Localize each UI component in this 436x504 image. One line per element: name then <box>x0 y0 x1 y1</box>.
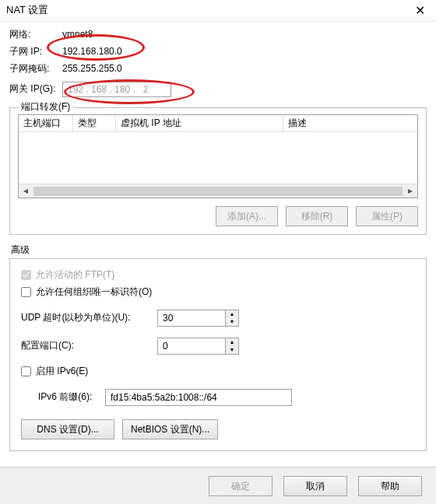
row-subnet-ip: 子网 IP: 192.168.180.0 <box>9 44 427 61</box>
dns-settings-button[interactable]: DNS 设置(D)... <box>21 419 114 439</box>
config-port-input[interactable] <box>158 338 225 354</box>
label-ipv6-prefix: IPv6 前缀(6): <box>38 391 105 404</box>
allow-any-oid-label: 允许任何组织唯一标识符(O) <box>36 286 152 299</box>
port-forward-table[interactable]: 主机端口 类型 虚拟机 IP 地址 描述 ◂ ▸ <box>18 114 418 198</box>
row-gateway: 网关 IP(G): <box>9 81 427 98</box>
label-config-port: 配置端口(C): <box>21 340 157 352</box>
col-vm-ip[interactable]: 虚拟机 IP 地址 <box>116 115 283 131</box>
row-udp-timeout: UDP 超时(以秒为单位)(U): ▲ ▼ <box>21 307 415 329</box>
col-desc[interactable]: 描述 <box>283 115 417 131</box>
udp-timeout-input[interactable] <box>158 310 225 326</box>
table-header: 主机端口 类型 虚拟机 IP 地址 描述 <box>19 115 417 132</box>
spinner-down-icon[interactable]: ▼ <box>226 318 238 326</box>
advanced-heading: 高级 <box>11 244 427 257</box>
close-icon[interactable]: ✕ <box>410 5 430 17</box>
label-subnet-mask: 子网掩码: <box>9 63 62 75</box>
checkbox-allow-any-oid[interactable]: 允许任何组织唯一标识符(O) <box>21 284 415 301</box>
enable-ipv6-checkbox[interactable] <box>21 366 31 376</box>
help-button[interactable]: 帮助 <box>358 476 422 496</box>
title-bar: NAT 设置 ✕ <box>0 0 436 22</box>
row-network: 网络: vmnet8 <box>9 26 427 44</box>
udp-timeout-spinner[interactable]: ▲ ▼ <box>157 310 239 327</box>
group-advanced: 允许活动的 FTP(T) 允许任何组织唯一标识符(O) UDP 超时(以秒为单位… <box>9 258 427 451</box>
scroll-left-icon[interactable]: ◂ <box>19 185 33 198</box>
group-title-port-forwarding: 端口转发(F) <box>18 101 73 114</box>
value-network: vmnet8 <box>62 29 93 41</box>
add-button[interactable]: 添加(A)... <box>216 206 278 226</box>
dialog-footer: 确定 取消 帮助 <box>0 467 436 504</box>
row-subnet-mask: 子网掩码: 255.255.255.0 <box>9 61 427 78</box>
spinner-down-icon[interactable]: ▼ <box>226 346 238 354</box>
row-config-port: 配置端口(C): ▲ ▼ <box>21 335 415 357</box>
cancel-button[interactable]: 取消 <box>283 476 347 496</box>
config-port-spinner[interactable]: ▲ ▼ <box>157 338 239 355</box>
scroll-right-icon[interactable]: ▸ <box>403 185 417 198</box>
ok-button[interactable]: 确定 <box>209 476 272 496</box>
allow-active-ftp-checkbox[interactable] <box>21 270 31 280</box>
value-subnet-mask: 255.255.255.0 <box>62 63 122 75</box>
col-host-port[interactable]: 主机端口 <box>19 115 73 131</box>
advanced-buttons: DNS 设置(D)... NetBIOS 设置(N)... <box>21 419 415 439</box>
spinner-up-icon[interactable]: ▲ <box>226 310 238 318</box>
ipv6-prefix-input[interactable] <box>105 389 292 406</box>
checkbox-enable-ipv6[interactable]: 启用 IPv6(E) <box>21 363 415 380</box>
allow-active-ftp-label: 允许活动的 FTP(T) <box>36 269 114 282</box>
label-network: 网络: <box>9 29 62 41</box>
col-type[interactable]: 类型 <box>73 115 116 131</box>
content: 网络: vmnet8 子网 IP: 192.168.180.0 子网掩码: 25… <box>0 22 436 451</box>
value-subnet-ip: 192.168.180.0 <box>62 46 122 58</box>
row-ipv6-prefix: IPv6 前缀(6): <box>38 387 415 408</box>
checkbox-allow-active-ftp[interactable]: 允许活动的 FTP(T) <box>21 267 415 284</box>
group-port-forwarding: 端口转发(F) 主机端口 类型 虚拟机 IP 地址 描述 ◂ ▸ 添加(A)..… <box>9 107 427 235</box>
netbios-settings-button[interactable]: NetBIOS 设置(N)... <box>122 419 218 439</box>
port-forward-buttons: 添加(A)... 移除(R) 属性(P) <box>18 206 418 226</box>
remove-button[interactable]: 移除(R) <box>286 206 348 226</box>
enable-ipv6-label: 启用 IPv6(E) <box>36 366 88 378</box>
window-title: NAT 设置 <box>6 4 48 17</box>
label-udp-timeout: UDP 超时(以秒为单位)(U): <box>21 312 157 324</box>
gateway-input[interactable] <box>62 82 171 97</box>
props-button[interactable]: 属性(P) <box>356 206 418 226</box>
table-h-scrollbar[interactable]: ◂ ▸ <box>19 184 417 198</box>
spinner-up-icon[interactable]: ▲ <box>226 338 238 346</box>
label-subnet-ip: 子网 IP: <box>9 46 62 58</box>
scroll-track[interactable] <box>33 187 403 196</box>
label-gateway: 网关 IP(G): <box>9 83 62 96</box>
table-body <box>19 132 417 184</box>
allow-any-oid-checkbox[interactable] <box>21 287 31 297</box>
